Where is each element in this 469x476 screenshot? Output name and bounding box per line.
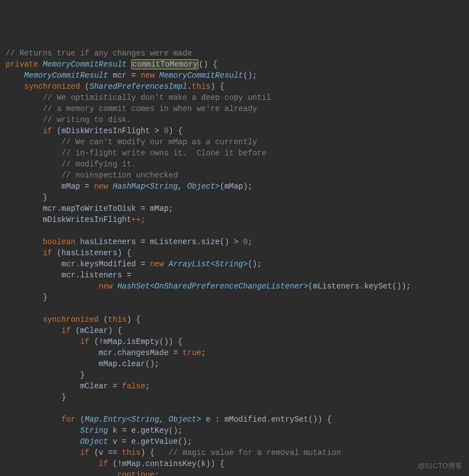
code-text: mDiskWritesInFlight [43,215,131,224]
keyword-if: if [99,459,108,468]
code-text: () { [198,60,217,69]
code-text: ( [75,415,85,424]
keyword-new: new [141,71,155,80]
code-text: } [43,193,47,202]
code-text: ( [99,315,108,324]
comment: // noinspection unchecked [62,171,178,180]
code-text: ) { [169,126,182,135]
code-text: ) { [126,315,140,324]
operator: ++; [131,215,145,224]
code-text: (mMap); [220,182,253,191]
code-text: ; [248,237,252,246]
keyword-for: for [62,415,75,424]
code-text: (mListeners.keySet()); [308,282,411,291]
code-text: } [80,371,84,379]
type: HashMap<String, Object> [108,182,220,191]
type: SharedPreferencesImpl [89,82,187,91]
type: ArrayList<String> [164,260,248,269]
comment: // writing to disk. [43,115,131,124]
keyword-this: this [192,82,211,91]
comment: // Returns true if any changes were made [6,49,192,58]
code-text: (hasListeners) { [52,249,131,257]
code-text: hasListeners = mListeners.size() > [75,237,243,246]
method-name-highlighted: commitToMemory [131,59,199,69]
type: String [80,426,108,435]
keyword-boolean: boolean [43,237,75,246]
code-text: e : mModified.entrySet()) { [201,415,332,424]
code-text: (); [248,260,262,269]
keyword-false: false [122,382,145,391]
code-text: ) { [141,448,169,457]
keyword-this: this [108,315,127,324]
type: HashSet<OnSharedPreferenceChangeListener… [113,282,308,291]
code-text: k = e.getKey(); [108,426,182,435]
comment: // We optimistically don't make a deep c… [43,93,271,102]
code-text: mcr.changesMade = [99,348,182,357]
comment: // a memory commit comes in when we're a… [43,104,257,113]
keyword-new: new [150,260,164,269]
comment: // magic value for a removal mutation [169,448,341,457]
keyword-true: true [182,348,201,357]
type: MemoryCommitResult [24,71,108,80]
number: 0 [243,237,247,246]
code-text: ; [145,382,150,391]
code-text: (); [243,71,257,80]
code-text: } [43,293,47,302]
code-text: mMap = [62,182,94,191]
code-text: mcr.mapToWriteToDisk = mMap; [43,204,173,213]
number: 0 [164,126,169,135]
code-text: ; [155,470,159,476]
code-text: (mClear) { [71,326,122,335]
code-text: ( [80,82,89,91]
keyword-private: private [6,60,38,69]
code-text: ; [201,348,206,357]
code-text: ) { [211,82,225,91]
code-text: } [62,393,66,402]
type: Map.Entry<String, Object> [85,415,201,424]
keyword-if: if [80,448,89,457]
comment: // modifying it. [62,160,136,169]
keyword-new: new [94,182,108,191]
type: MemoryCommitResult [43,60,126,69]
code-text: (v == [89,448,122,457]
keyword-if: if [43,249,52,257]
code-text: v = e.getValue(); [108,437,192,446]
type: Object [80,437,108,446]
keyword-continue: continue [118,470,155,476]
keyword-new: new [99,282,113,291]
code-text: mcr.listeners = [62,271,131,280]
code-text: mcr = [108,71,141,80]
code-text: (mDiskWritesInFlight > [52,126,164,135]
type: MemoryCommitResult [155,71,243,80]
code-text: . [187,82,192,91]
keyword-synchronized: synchronized [43,315,99,324]
code-editor[interactable]: // Returns true if any changes were made… [6,48,469,476]
code-text: (!mMap.isEmpty()) { [89,337,182,346]
keyword-if: if [43,126,52,135]
comment: // in-flight write owns it. Clone it bef… [62,149,267,158]
code-text: mMap.clear(); [99,359,159,368]
code-text: (!mMap.containsKey(k)) { [108,459,225,468]
watermark-corner: @51CTO博客 [417,460,462,472]
code-text: mClear = [80,382,122,391]
keyword-if: if [80,337,89,346]
keyword-if: if [62,326,71,335]
keyword-this: this [122,448,141,457]
keyword-synchronized: synchronized [24,82,80,91]
code-text: mcr.keysModified = [62,260,150,269]
comment: // We can't modify our mMap as a current… [62,138,257,146]
